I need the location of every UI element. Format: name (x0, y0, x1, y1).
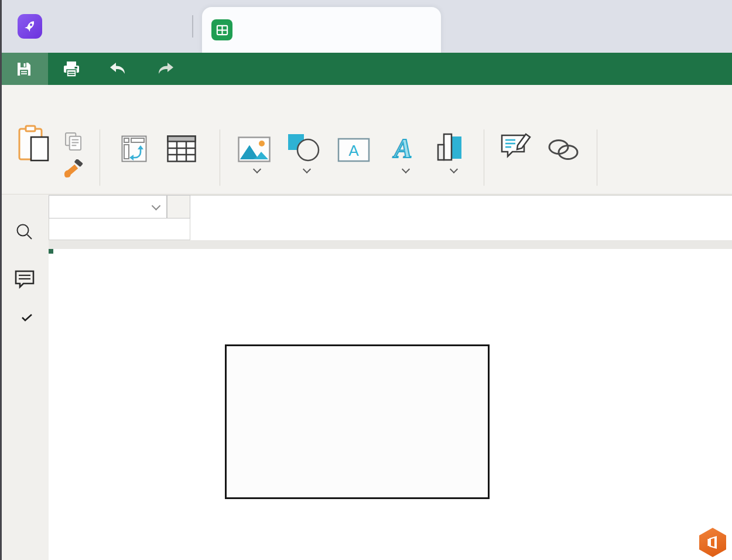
comment-icon (500, 129, 532, 162)
ribbon-divider (220, 129, 220, 186)
undo-button[interactable] (95, 62, 142, 77)
window-left-edge (0, 0, 2, 560)
format-painter-icon[interactable] (63, 159, 84, 179)
hyperlink-icon (546, 129, 580, 162)
ribbon-divider (484, 129, 484, 186)
name-box-extension[interactable] (49, 218, 190, 240)
text-box-shape[interactable] (225, 344, 490, 499)
spreadsheet-grid (49, 249, 732, 560)
quick-access-toolbar (0, 53, 732, 85)
chart-icon (437, 129, 465, 162)
print-button[interactable] (48, 60, 95, 78)
hyperlink-button[interactable] (546, 129, 580, 169)
chevron-down-icon (449, 165, 457, 173)
ribbon-divider (597, 129, 597, 186)
chevron-down-icon (252, 165, 261, 173)
undo-icon (108, 62, 128, 77)
spellcheck-icon[interactable] (16, 315, 33, 322)
print-icon (63, 60, 80, 78)
insert-function-button[interactable] (167, 195, 190, 218)
name-box[interactable] (49, 195, 167, 218)
paste-clipboard-icon (18, 129, 50, 162)
svg-text:A: A (392, 134, 412, 162)
fill-handle[interactable] (49, 249, 54, 255)
cell-selection (49, 249, 52, 252)
redo-button[interactable] (142, 62, 189, 77)
document-tab[interactable] (202, 7, 441, 53)
picture-icon (238, 129, 271, 162)
redo-icon (155, 62, 175, 77)
formula-input[interactable] (190, 195, 732, 240)
shapes-icon (287, 129, 321, 162)
paste-button[interactable] (13, 129, 55, 169)
save-icon (16, 61, 32, 77)
clipboard-group (13, 129, 83, 179)
chart-button[interactable] (437, 129, 465, 172)
save-button[interactable] (0, 53, 48, 85)
app-logo-rocket-icon (18, 14, 42, 39)
new-tab-button[interactable] (463, 16, 485, 38)
table-icon (167, 129, 196, 162)
menu-bar (0, 85, 732, 120)
side-toolbar (0, 194, 49, 560)
comment-button[interactable] (500, 129, 532, 169)
search-icon[interactable] (15, 223, 34, 241)
picture-button[interactable] (238, 129, 271, 172)
comments-icon[interactable] (14, 269, 35, 289)
chevron-down-icon[interactable] (152, 201, 161, 210)
watermark-logo-icon (699, 528, 726, 557)
watermark (699, 528, 730, 557)
ribbon: A A (0, 120, 732, 194)
formula-strip (49, 194, 732, 249)
wordart-button[interactable]: A (385, 129, 420, 172)
tab-bar-divider (192, 15, 193, 37)
wordart-icon: A (385, 129, 420, 162)
ribbon-divider (100, 129, 100, 186)
copy-icon[interactable] (64, 132, 83, 151)
window-tab-bar (0, 0, 732, 53)
svg-text:A: A (348, 142, 359, 159)
app-brand[interactable] (18, 14, 50, 39)
pivot-table-icon (121, 129, 147, 162)
shapes-button[interactable] (287, 129, 321, 172)
tab-close-icon[interactable] (411, 19, 432, 40)
pivot-table-button[interactable] (121, 129, 147, 169)
textbox-icon: A (337, 129, 370, 162)
spreadsheet-file-icon (211, 19, 232, 40)
chevron-down-icon (302, 165, 310, 173)
chevron-down-icon (401, 165, 409, 173)
table-button[interactable] (167, 129, 196, 169)
textbox-button[interactable]: A (337, 129, 370, 169)
